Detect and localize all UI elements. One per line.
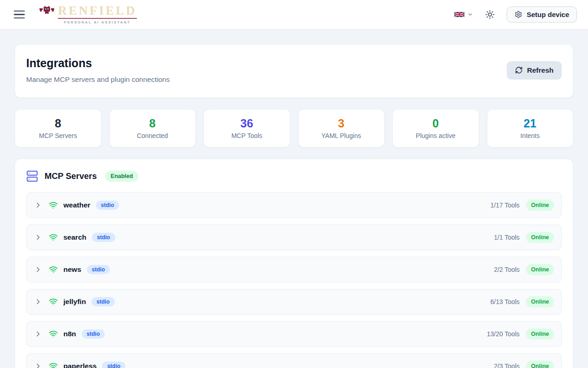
server-name: news — [63, 265, 81, 274]
server-name: n8n — [63, 330, 76, 338]
stat-card: 3 YAML Plugins — [298, 109, 385, 148]
wifi-icon — [49, 297, 58, 306]
server-row[interactable]: paperless stdio 2/3 Tools Online — [26, 353, 562, 368]
stat-card: 8 MCP Servers — [15, 109, 102, 148]
wifi-icon — [49, 233, 58, 242]
stat-card: 8 Connected — [109, 109, 196, 148]
tools-count: 2/3 Tools — [494, 362, 520, 368]
server-name: paperless — [63, 362, 96, 368]
language-selector[interactable] — [454, 11, 473, 18]
chevron-right-icon[interactable] — [34, 265, 42, 274]
theme-toggle-sun-icon[interactable] — [485, 10, 495, 19]
stat-card: 0 Plugins active — [392, 109, 479, 148]
stat-card: 21 Intents — [487, 109, 574, 148]
transport-badge: stdio — [87, 265, 110, 274]
transport-badge: stdio — [102, 362, 125, 368]
stat-label: MCP Servers — [39, 132, 77, 139]
tools-count: 13/20 Tools — [487, 330, 520, 338]
wifi-icon — [49, 362, 58, 368]
refresh-label: Refresh — [527, 66, 554, 75]
page-subtitle: Manage MCP servers and plugin connection… — [26, 75, 170, 84]
status-badge: Online — [526, 328, 554, 339]
tools-count: 2/2 Tools — [494, 266, 520, 273]
wifi-icon — [49, 265, 58, 274]
status-badge: Online — [526, 232, 554, 243]
stat-label: Plugins active — [416, 132, 455, 139]
chevron-right-icon[interactable] — [34, 330, 42, 338]
page-title: Integrations — [26, 57, 170, 70]
stat-value: 0 — [432, 117, 439, 130]
status-badge: Online — [526, 296, 554, 307]
chevron-right-icon[interactable] — [34, 201, 42, 209]
chevron-right-icon[interactable] — [34, 298, 42, 306]
stat-label: Connected — [137, 132, 168, 139]
transport-badge: stdio — [96, 201, 119, 210]
setup-device-button[interactable]: Setup device — [507, 6, 577, 23]
refresh-button[interactable]: Refresh — [507, 61, 562, 80]
server-row[interactable]: n8n stdio 13/20 Tools Online — [26, 321, 562, 347]
stat-value: 8 — [55, 117, 61, 130]
server-row[interactable]: news stdio 2/2 Tools Online — [26, 257, 562, 282]
stat-value: 8 — [149, 117, 156, 130]
section-title: MCP Servers — [45, 171, 97, 181]
transport-badge: stdio — [92, 233, 115, 242]
logo-wordmark: RENFIELD — [58, 5, 137, 17]
tools-count: 6/13 Tools — [491, 298, 520, 305]
page-header-card: Integrations Manage MCP servers and plug… — [15, 44, 573, 98]
server-list: weather stdio 1/17 Tools Online — [26, 192, 562, 368]
stat-value: 21 — [524, 117, 537, 130]
mcp-servers-section: MCP Servers Enabled — [15, 159, 573, 368]
wifi-icon — [49, 201, 58, 210]
refresh-icon — [515, 66, 523, 74]
status-badge: Online — [526, 361, 554, 368]
transport-badge: stdio — [82, 329, 105, 339]
tools-count: 1/1 Tools — [494, 234, 520, 241]
stats-row: 8 MCP Servers 8 Connected 36 MCP Tools 3… — [15, 109, 573, 148]
tools-count: 1/17 Tools — [491, 201, 520, 209]
chevron-right-icon[interactable] — [34, 233, 42, 242]
server-icon — [26, 170, 38, 182]
stat-card: 36 MCP Tools — [204, 109, 290, 148]
chevron-down-icon — [467, 12, 473, 17]
bat-logo-icon — [40, 5, 54, 16]
stat-value: 3 — [338, 117, 345, 130]
server-row[interactable]: search stdio 1/1 Tools Online — [26, 224, 562, 250]
server-name: weather — [63, 201, 90, 209]
setup-device-label: Setup device — [526, 11, 569, 18]
transport-badge: stdio — [91, 297, 115, 306]
wifi-icon — [49, 329, 58, 339]
status-badge: Online — [526, 264, 554, 275]
app-logo[interactable]: RENFIELD PERSONAL AI ASSISTANT — [40, 5, 137, 24]
stat-label: MCP Tools — [232, 132, 262, 139]
gear-icon — [514, 11, 522, 18]
server-name: search — [63, 233, 86, 242]
stat-label: Intents — [520, 132, 540, 139]
server-row[interactable]: jellyfin stdio 6/13 Tools Online — [26, 289, 562, 315]
stat-label: YAML Plugins — [322, 132, 361, 139]
chevron-right-icon[interactable] — [34, 362, 42, 368]
stat-value: 36 — [240, 117, 253, 130]
enabled-badge: Enabled — [105, 171, 139, 182]
top-navbar: RENFIELD PERSONAL AI ASSISTANT — [0, 0, 588, 29]
logo-rule — [58, 18, 137, 19]
status-badge: Online — [526, 200, 554, 211]
uk-flag-icon — [454, 11, 464, 18]
main-content: Integrations Manage MCP servers and plug… — [0, 29, 588, 368]
logo-tagline: PERSONAL AI ASSISTANT — [64, 20, 130, 24]
menu-icon[interactable] — [11, 6, 28, 23]
server-name: jellyfin — [63, 298, 86, 306]
server-row[interactable]: weather stdio 1/17 Tools Online — [26, 192, 562, 218]
